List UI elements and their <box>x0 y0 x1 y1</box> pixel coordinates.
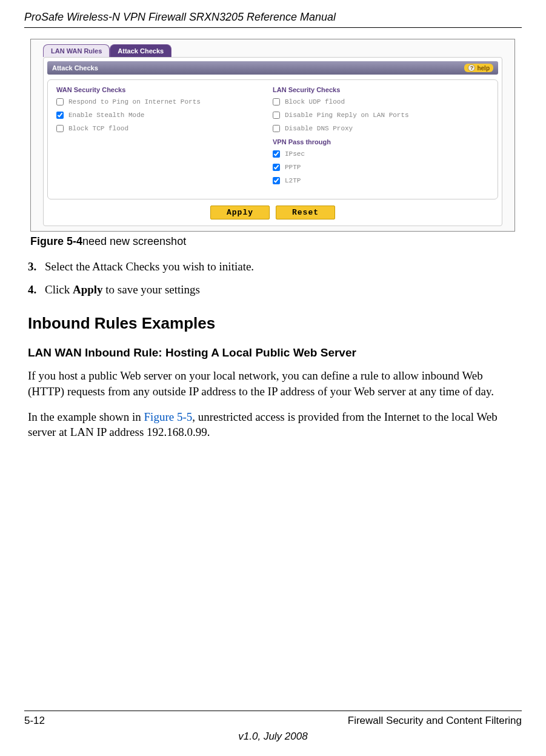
heading-inbound-rules: Inbound Rules Examples <box>28 314 518 333</box>
checkbox-block-tcp[interactable] <box>56 125 64 132</box>
text-frag: Click <box>45 283 73 296</box>
reset-button[interactable]: Reset <box>276 206 335 219</box>
step-text: Click Apply to save your settings <box>45 282 200 298</box>
figure-number: Figure 5-4 <box>30 235 82 247</box>
checkbox-disable-ping-lan[interactable] <box>273 112 280 119</box>
step-list: 3. Select the Attack Checks you wish to … <box>28 259 518 297</box>
opt-block-tcp[interactable]: Block TCP flood <box>56 125 273 132</box>
wan-column: WAN Security Checks Respond to Ping on I… <box>56 86 273 190</box>
figure-caption: Figure 5-4need new screenshot <box>30 235 516 248</box>
tab-lan-wan-rules[interactable]: LAN WAN Rules <box>43 44 110 57</box>
vpn-heading: VPN Pass through <box>273 138 489 146</box>
opt-label: Disable Ping Reply on LAN Ports <box>285 112 409 119</box>
wan-heading: WAN Security Checks <box>56 86 273 93</box>
lan-heading: LAN Security Checks <box>273 86 489 93</box>
button-row: Apply Reset <box>47 206 498 219</box>
figure-link[interactable]: Figure 5-5 <box>144 410 193 423</box>
checkbox-pptp[interactable] <box>273 164 280 171</box>
opt-l2tp[interactable]: L2TP <box>273 177 489 184</box>
opt-disable-ping-lan[interactable]: Disable Ping Reply on LAN Ports <box>273 112 489 119</box>
checkbox-l2tp[interactable] <box>273 177 280 184</box>
screenshot-figure: LAN WAN Rules Attack Checks Attack Check… <box>30 39 515 232</box>
section-name: Firewall Security and Content Filtering <box>348 715 522 727</box>
tab-row: LAN WAN Rules Attack Checks <box>33 43 512 57</box>
tab-attack-checks[interactable]: Attack Checks <box>110 44 171 57</box>
opt-label: Disable DNS Proxy <box>285 125 353 132</box>
checkbox-block-udp[interactable] <box>273 98 280 105</box>
opt-label: Enable Stealth Mode <box>68 112 144 119</box>
opt-label: Block TCP flood <box>68 125 128 132</box>
opt-pptp[interactable]: PPTP <box>273 164 489 171</box>
help-icon: ? <box>468 64 475 72</box>
apply-word: Apply <box>73 283 103 296</box>
checkbox-ipsec[interactable] <box>273 150 280 158</box>
step-text: Select the Attack Checks you wish to ini… <box>45 259 254 275</box>
opt-label: PPTP <box>285 164 301 171</box>
help-link[interactable]: ? help <box>464 64 493 72</box>
opt-respond-ping[interactable]: Respond to Ping on Internet Ports <box>56 98 273 105</box>
figure-note: need new screenshot <box>82 235 186 247</box>
opt-block-udp[interactable]: Block UDP flood <box>273 98 489 105</box>
section-title: Attack Checks <box>52 64 98 72</box>
opt-label: Block UDP flood <box>285 98 345 105</box>
step-number: 4. <box>28 282 45 298</box>
paragraph-2: In the example shown in Figure 5-5, unre… <box>28 409 518 440</box>
checkbox-respond-ping[interactable] <box>56 98 64 105</box>
opt-label: IPsec <box>285 150 305 158</box>
subheading-lan-wan-inbound: LAN WAN Inbound Rule: Hosting A Local Pu… <box>28 346 518 360</box>
section-title-bar: Attack Checks ? help <box>47 61 498 75</box>
opt-ipsec[interactable]: IPsec <box>273 150 489 158</box>
apply-button[interactable]: Apply <box>210 206 270 219</box>
checkbox-disable-dns[interactable] <box>273 125 280 132</box>
panel: Attack Checks ? help WAN Security Checks… <box>43 57 502 226</box>
page-footer: 5-12 Firewall Security and Content Filte… <box>24 711 522 743</box>
footer-rule <box>24 711 522 711</box>
header-rule <box>24 27 522 28</box>
footer-row: 5-12 Firewall Security and Content Filte… <box>24 715 522 727</box>
opt-label: L2TP <box>285 177 301 184</box>
page-number: 5-12 <box>24 715 45 727</box>
checkbox-stealth-mode[interactable] <box>56 112 64 119</box>
footer-version: v1.0, July 2008 <box>24 731 522 743</box>
opt-stealth-mode[interactable]: Enable Stealth Mode <box>56 112 273 119</box>
help-label: help <box>477 65 490 72</box>
step-number: 3. <box>28 259 45 275</box>
step-4: 4. Click Apply to save your settings <box>28 282 518 298</box>
step-3: 3. Select the Attack Checks you wish to … <box>28 259 518 275</box>
text-frag: to save your settings <box>103 283 200 296</box>
paragraph-1: If you host a public Web server on your … <box>28 368 518 399</box>
text-frag: In the example shown in <box>28 410 144 423</box>
page-header: ProSafe Wireless-N VPN Firewall SRXN3205… <box>0 0 546 27</box>
figure-container: LAN WAN Rules Attack Checks Attack Check… <box>0 39 546 232</box>
lan-column: LAN Security Checks Block UDP flood Disa… <box>273 86 489 190</box>
opt-disable-dns[interactable]: Disable DNS Proxy <box>273 125 489 132</box>
opt-label: Respond to Ping on Internet Ports <box>68 98 201 105</box>
options-box: WAN Security Checks Respond to Ping on I… <box>47 79 498 199</box>
